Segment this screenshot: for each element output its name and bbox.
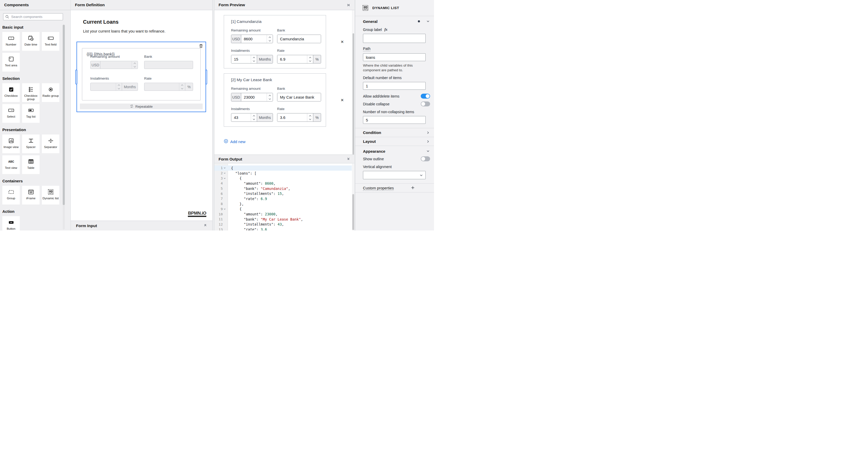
code-line[interactable]: 13 "rate": 3.6 — [214, 227, 352, 230]
preview-card-title[interactable]: [1] Camundanzia — [231, 19, 320, 24]
code-line[interactable]: 9 { — [214, 207, 352, 212]
installments-value[interactable]: 43 — [231, 114, 251, 122]
palette-item-group[interactable]: Group — [2, 186, 20, 205]
rate-value[interactable]: 6.9 — [277, 55, 307, 63]
palette-item-table[interactable]: Table — [22, 155, 39, 174]
remaining-amount-value[interactable] — [100, 61, 132, 69]
number-spinner[interactable] — [267, 93, 273, 101]
disable-collapse-toggle[interactable] — [421, 101, 430, 106]
code-line[interactable]: 5 "bank": "Camundanzia", — [214, 186, 352, 191]
remove-entry-button[interactable]: ✕ — [340, 97, 345, 103]
fold-icon[interactable] — [223, 208, 226, 210]
form-heading-component[interactable]: Current Loans — [83, 19, 212, 25]
remaining-amount-input-group[interactable]: USD8600 — [231, 35, 273, 43]
add-custom-property-button[interactable] — [410, 185, 415, 191]
show-outline-toggle[interactable] — [421, 156, 430, 161]
number-spinner[interactable] — [132, 61, 137, 69]
bank-value[interactable] — [145, 61, 193, 69]
rate-input-group[interactable]: % — [144, 83, 193, 91]
palette-item-checkbox-group[interactable]: Checkbox group — [22, 83, 39, 102]
code-line[interactable]: 1{ — [214, 165, 352, 171]
collapse-preview-icon[interactable] — [346, 3, 350, 7]
remaining-amount-value[interactable]: 23000 — [241, 93, 267, 101]
remaining-amount-input-group[interactable]: USD — [90, 61, 138, 69]
form-input-bar[interactable]: Form Input — [71, 221, 212, 230]
section-layout-header[interactable]: Layout — [363, 137, 430, 146]
default-items-input[interactable] — [363, 82, 426, 90]
number-spinner[interactable] — [116, 83, 122, 91]
section-general-header[interactable]: General — [363, 16, 430, 27]
number-spinner[interactable] — [179, 83, 185, 91]
collapse-output-icon[interactable] — [347, 157, 350, 161]
delete-component-button[interactable] — [198, 44, 203, 49]
bank-value[interactable]: My Car Lease Bank — [277, 93, 321, 101]
code-line[interactable]: 2 "loans": [ — [214, 171, 352, 176]
rate-value[interactable]: 3.6 — [277, 114, 307, 122]
code-line[interactable]: 11 "bank": "My Car Lease Bank", — [214, 217, 352, 222]
installments-input-group[interactable]: Months — [90, 83, 138, 91]
rate-input-group[interactable]: 6.9% — [277, 55, 321, 63]
installments-input-group[interactable]: 15Months — [231, 55, 273, 63]
number-spinner[interactable] — [307, 114, 313, 122]
group-label-input[interactable] — [363, 34, 426, 43]
bank-value[interactable]: Camundanzia — [277, 35, 321, 43]
installments-input-group[interactable]: 43Months — [231, 113, 273, 122]
palette-item-text-field[interactable]: Text field — [42, 32, 59, 51]
palette-item-iframe[interactable]: iFrame — [22, 186, 39, 205]
preview-scrollbar[interactable] — [352, 10, 354, 155]
remaining-amount-value[interactable]: 8600 — [241, 35, 267, 43]
palette-item-dynamic-list[interactable]: Dynamic list — [42, 186, 59, 205]
installments-value[interactable] — [91, 83, 116, 91]
palette-item-button[interactable]: Button — [2, 216, 20, 230]
fold-icon[interactable] — [223, 172, 226, 174]
preview-card-title[interactable]: [2] My Car Lease Bank — [231, 78, 320, 82]
allow-add-delete-toggle[interactable] — [421, 94, 430, 99]
code-line[interactable]: 7 "rate": 6.9 — [214, 196, 352, 202]
palette-item-text-area[interactable]: Text area — [2, 53, 20, 71]
palette-item-tag-list[interactable]: Tag list — [22, 104, 39, 123]
palette-item-number[interactable]: Number — [2, 32, 20, 51]
fold-icon[interactable] — [223, 177, 226, 180]
bank-input-group[interactable]: Camundanzia — [277, 35, 321, 43]
section-appearance-header[interactable]: Appearance — [363, 146, 430, 156]
palette-item-spacer[interactable]: Spacer — [22, 134, 39, 153]
form-definition-canvas[interactable]: Current Loans List your current loans th… — [71, 10, 212, 221]
palette-item-image-view[interactable]: Image view — [2, 134, 20, 153]
editor-scrollbar[interactable] — [352, 164, 354, 230]
resize-handle-right[interactable] — [205, 69, 207, 84]
code-line[interactable]: 6 "installments": 15, — [214, 191, 352, 196]
non-collapsing-input[interactable] — [363, 116, 426, 124]
fold-icon[interactable] — [223, 167, 226, 169]
palette-item-checkbox[interactable]: Checkbox — [2, 83, 20, 102]
resize-handle-left[interactable] — [75, 69, 77, 84]
number-spinner[interactable] — [307, 55, 313, 63]
remaining-amount-input-group[interactable]: USD23000 — [231, 93, 273, 101]
fx-icon[interactable]: fx — [384, 28, 388, 32]
code-line[interactable]: 8 }, — [214, 202, 352, 207]
palette-item-radio-group[interactable]: Radio group — [42, 83, 59, 102]
search-components-input[interactable] — [11, 14, 63, 19]
installments-value[interactable]: 15 — [231, 55, 251, 63]
remove-entry-button[interactable]: ✕ — [340, 38, 345, 45]
palette-item-separator[interactable]: Separator — [42, 134, 59, 153]
path-input[interactable] — [363, 53, 426, 61]
dynamic-list-component-selected[interactable]: {{i}} {{this.bank}} Remaining amountUSDB… — [76, 42, 206, 112]
palette-item-select[interactable]: Select — [2, 104, 20, 123]
code-line[interactable]: 4 "amount": 8600, — [214, 181, 352, 186]
rate-value[interactable] — [145, 83, 179, 91]
add-new-button[interactable]: Add new — [224, 139, 245, 144]
vertical-alignment-select[interactable] — [363, 171, 426, 179]
section-custom-properties-header[interactable]: Custom properties — [363, 184, 430, 192]
number-spinner[interactable] — [251, 55, 257, 63]
code-line[interactable]: 3 { — [214, 176, 352, 181]
code-line[interactable]: 10 "amount": 23000, — [214, 212, 352, 217]
rate-input-group[interactable]: 3.6% — [277, 113, 321, 122]
palette-item-text-view[interactable]: ABCText view — [2, 155, 20, 174]
palette-scrollbar[interactable] — [63, 25, 65, 229]
form-description-component[interactable]: List your current loans that you want to… — [83, 29, 212, 33]
expand-form-input-icon[interactable] — [204, 223, 207, 228]
number-spinner[interactable] — [251, 114, 257, 122]
palette-item-date-time[interactable]: Date time — [22, 32, 39, 51]
code-line[interactable]: 12 "installments": 43, — [214, 222, 352, 227]
bank-input-group[interactable]: My Car Lease Bank — [277, 93, 321, 101]
